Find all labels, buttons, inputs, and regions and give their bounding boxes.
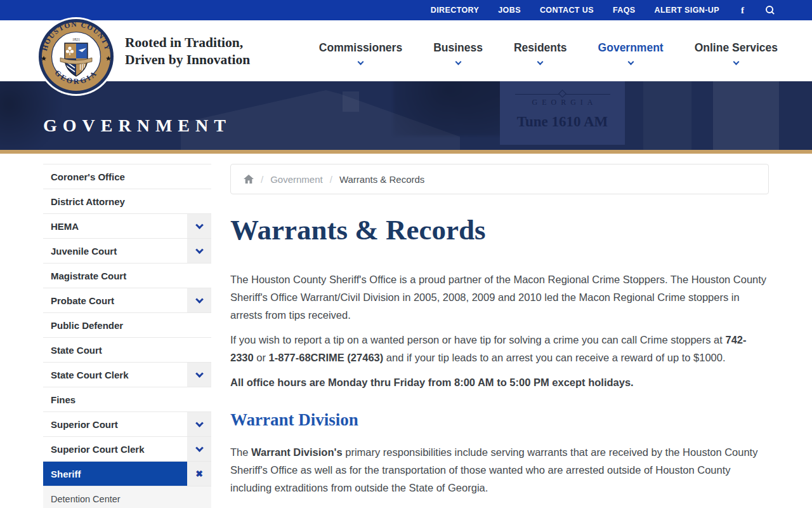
chevron-down-icon	[358, 59, 364, 65]
hero-pole-silhouette	[643, 81, 691, 150]
warrant-division-heading: Warrant Division	[230, 410, 769, 430]
sidebar-item-probate-court[interactable]: Probate Court	[43, 288, 211, 313]
topbar-link-alert-sign-up[interactable]: ALERT SIGN-UP	[655, 6, 719, 15]
main-content: / Government / Warrants & Records Warran…	[230, 164, 769, 508]
sidebar-item-magistrate-court[interactable]: Magistrate Court	[43, 264, 211, 288]
chevron-down-icon	[627, 59, 634, 65]
chevron-down-icon	[455, 59, 461, 65]
sidebar-item-juvenile-court[interactable]: Juvenile Court	[43, 239, 211, 264]
site-header: HOUSTON COUNTY GEORGIA 1821 Rooted in Tr…	[0, 20, 812, 81]
close-icon[interactable]: ✖	[187, 462, 211, 486]
hero-pole-silhouette	[713, 81, 779, 150]
breadcrumb-link-government[interactable]: Government	[270, 174, 323, 185]
warrant-division-paragraph: The Warrant Division's primary responsib…	[230, 443, 769, 497]
topbar-link-directory[interactable]: DIRECTORY	[431, 6, 480, 15]
nav-item-business[interactable]: Business	[433, 41, 483, 64]
nav-item-online-services[interactable]: Online Services	[695, 41, 778, 64]
chevron-down-icon[interactable]	[187, 412, 211, 436]
hero-background-sign: GEORGIA Tune 1610 AM	[500, 81, 625, 145]
sidebar-item-district-attorney[interactable]: District Attorney	[43, 189, 211, 214]
tip-paragraph: If you wish to report a tip on a wanted …	[230, 331, 769, 366]
nav-item-government[interactable]: Government	[598, 41, 664, 64]
sidebar-item-superior-court-clerk[interactable]: Superior Court Clerk	[43, 437, 211, 462]
sidebar-item-fines[interactable]: Fines	[43, 387, 211, 412]
sidebar-item-state-court-clerk[interactable]: State Court Clerk	[43, 363, 211, 387]
phone-number: 1-877-68CRIME (27463)	[269, 352, 384, 363]
sidebar-item-sheriff[interactable]: Sheriff ✖	[43, 462, 211, 486]
chevron-down-icon[interactable]	[187, 288, 211, 312]
sidebar-item-coroners-office[interactable]: Coroner's Office	[43, 164, 211, 189]
search-icon[interactable]	[766, 6, 775, 15]
hero-chimney-silhouette	[343, 91, 359, 112]
chevron-down-icon[interactable]	[187, 214, 211, 238]
nav-item-residents[interactable]: Residents	[514, 41, 567, 64]
page-title: Warrants & Records	[230, 213, 769, 246]
chevron-down-icon[interactable]	[187, 239, 211, 263]
hero-banner: GEORGIA Tune 1610 AM GOVERNMENT	[0, 81, 812, 150]
office-hours-paragraph: All office hours are Monday thru Friday …	[230, 373, 769, 391]
sidebar-item-hema[interactable]: HEMA	[43, 214, 211, 239]
breadcrumb: / Government / Warrants & Records	[230, 164, 769, 194]
home-icon[interactable]	[244, 175, 254, 184]
topbar-link-jobs[interactable]: JOBS	[498, 6, 521, 15]
topbar: DIRECTORY JOBS CONTACT US FAQS ALERT SIG…	[0, 0, 812, 20]
government-sidebar: Coroner's Office District Attorney HEMA …	[43, 164, 211, 508]
intro-paragraph: The Houston County Sheriff's Office is a…	[230, 271, 769, 324]
county-seal-logo[interactable]: HOUSTON COUNTY GEORGIA 1821	[36, 17, 116, 97]
facebook-icon[interactable]: f	[738, 5, 747, 16]
sign-divider	[515, 94, 610, 95]
page-section-title: GOVERNMENT	[43, 116, 232, 136]
site-tagline: Rooted in Tradition, Driven by Innovatio…	[125, 34, 250, 69]
chevron-down-icon	[537, 59, 544, 65]
topbar-link-contact-us[interactable]: CONTACT US	[540, 6, 594, 15]
chevron-down-icon[interactable]	[187, 437, 211, 461]
sidebar-item-superior-court[interactable]: Superior Court	[43, 412, 211, 437]
main-nav: Commissioners Business Residents Governm…	[319, 20, 778, 81]
svg-text:1821: 1821	[72, 37, 80, 41]
sidebar-item-public-defender[interactable]: Public Defender	[43, 313, 211, 338]
sidebar-item-detention-center[interactable]: Detention Center	[43, 486, 211, 508]
nav-item-commissioners[interactable]: Commissioners	[319, 41, 402, 64]
sidebar-item-state-court[interactable]: State Court	[43, 338, 211, 363]
topbar-link-faqs[interactable]: FAQS	[613, 6, 636, 15]
chevron-down-icon[interactable]	[187, 363, 211, 387]
breadcrumb-current: Warrants & Records	[339, 174, 424, 185]
chevron-down-icon	[733, 59, 739, 65]
